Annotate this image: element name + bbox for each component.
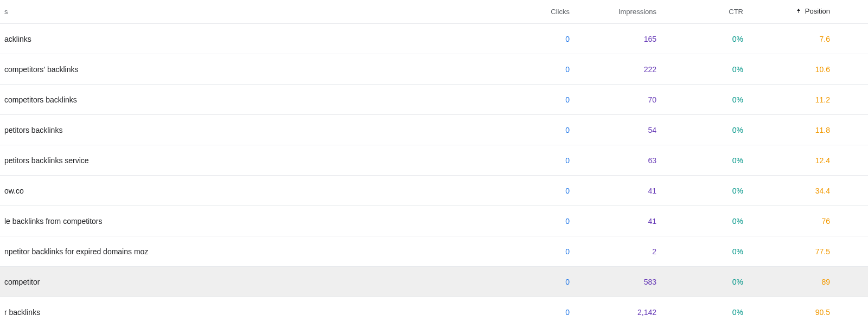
table-row[interactable]: acklinks 0 165 0% 7.6 <box>0 24 868 54</box>
clicks-cell: 0 <box>565 217 570 226</box>
position-cell: 7.6 <box>820 35 830 43</box>
clicks-cell: 0 <box>565 35 570 43</box>
column-header-ctr[interactable]: CTR <box>656 8 743 16</box>
position-cell: 11.2 <box>815 95 830 104</box>
table-row[interactable]: ow.co 0 41 0% 34.4 <box>0 176 868 206</box>
impressions-cell: 583 <box>644 278 656 286</box>
column-header-clicks[interactable]: Clicks <box>483 8 570 16</box>
ctr-cell: 0% <box>732 308 743 317</box>
column-header-impressions[interactable]: Impressions <box>570 8 656 16</box>
position-cell: 77.5 <box>815 247 830 256</box>
position-cell: 89 <box>821 278 830 286</box>
column-header-position-label: Position <box>805 7 830 15</box>
clicks-cell: 0 <box>565 278 570 286</box>
query-cell: petitors backlinks <box>4 126 62 134</box>
query-cell: r backlinks <box>4 308 40 317</box>
table-row[interactable]: competitors' backlinks 0 222 0% 10.6 <box>0 54 868 85</box>
position-cell: 12.4 <box>815 156 830 165</box>
column-header-clicks-label: Clicks <box>551 8 570 16</box>
table-row[interactable]: petitors backlinks service 0 63 0% 12.4 <box>0 145 868 176</box>
queries-table: s Clicks Impressions CTR Position acklin… <box>0 0 868 327</box>
table-row[interactable]: r backlinks 0 2,142 0% 90.5 <box>0 297 868 327</box>
query-cell: competitors' backlinks <box>4 65 79 74</box>
impressions-cell: 41 <box>648 186 656 195</box>
ctr-cell: 0% <box>732 35 743 43</box>
table-row[interactable]: petitors backlinks 0 54 0% 11.8 <box>0 115 868 145</box>
table-row[interactable]: competitor 0 583 0% 89 <box>0 267 868 297</box>
column-header-ctr-label: CTR <box>729 8 743 16</box>
query-cell: petitors backlinks service <box>4 156 89 165</box>
impressions-cell: 222 <box>644 65 656 74</box>
table-row[interactable]: npetitor backlinks for expired domains m… <box>0 236 868 267</box>
query-cell: acklinks <box>4 35 31 43</box>
impressions-cell: 63 <box>648 156 656 165</box>
impressions-cell: 2 <box>652 247 656 256</box>
clicks-cell: 0 <box>565 186 570 195</box>
query-cell: ow.co <box>4 186 24 195</box>
clicks-cell: 0 <box>565 247 570 256</box>
column-header-position[interactable]: Position <box>743 7 830 17</box>
ctr-cell: 0% <box>732 247 743 256</box>
svg-rect-0 <box>798 10 799 13</box>
clicks-cell: 0 <box>565 65 570 74</box>
ctr-cell: 0% <box>732 156 743 165</box>
table-row[interactable]: le backlinks from competitors 0 41 0% 76 <box>0 206 868 236</box>
clicks-cell: 0 <box>565 308 570 317</box>
ctr-cell: 0% <box>732 278 743 286</box>
position-cell: 11.8 <box>815 126 830 134</box>
column-header-query-label: s <box>4 8 8 16</box>
table-header-row: s Clicks Impressions CTR Position <box>0 0 868 24</box>
impressions-cell: 165 <box>644 35 656 43</box>
impressions-cell: 41 <box>648 217 656 226</box>
ctr-cell: 0% <box>732 65 743 74</box>
impressions-cell: 2,142 <box>637 308 656 317</box>
position-cell: 76 <box>821 217 830 226</box>
column-header-query[interactable]: s <box>0 8 483 16</box>
clicks-cell: 0 <box>565 95 570 104</box>
table-row[interactable]: competitors backlinks 0 70 0% 11.2 <box>0 85 868 115</box>
ctr-cell: 0% <box>732 217 743 226</box>
column-header-impressions-label: Impressions <box>618 8 656 16</box>
query-cell: competitors backlinks <box>4 95 77 104</box>
query-cell: competitor <box>4 278 40 286</box>
ctr-cell: 0% <box>732 126 743 134</box>
clicks-cell: 0 <box>565 156 570 165</box>
sort-ascending-icon <box>795 8 802 14</box>
position-cell: 34.4 <box>815 186 830 195</box>
ctr-cell: 0% <box>732 186 743 195</box>
impressions-cell: 70 <box>648 95 656 104</box>
position-cell: 90.5 <box>815 308 830 317</box>
ctr-cell: 0% <box>732 95 743 104</box>
query-cell: le backlinks from competitors <box>4 217 103 226</box>
position-cell: 10.6 <box>815 65 830 74</box>
clicks-cell: 0 <box>565 126 570 134</box>
impressions-cell: 54 <box>648 126 656 134</box>
query-cell: npetitor backlinks for expired domains m… <box>4 247 148 256</box>
